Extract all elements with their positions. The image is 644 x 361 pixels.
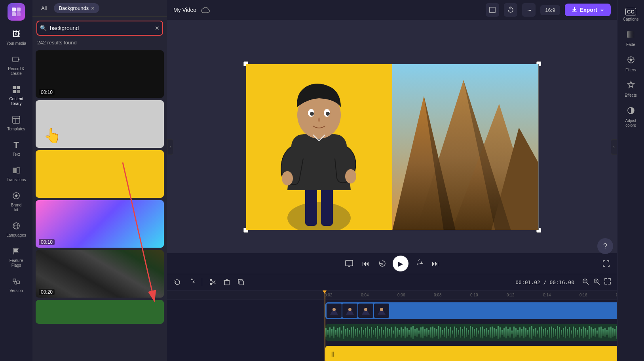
sidebar-item-record-create[interactable]: Record &create bbox=[2, 51, 30, 79]
svg-rect-166 bbox=[521, 329, 522, 336]
right-item-label-filters: Filters bbox=[625, 68, 636, 73]
svg-rect-204 bbox=[597, 330, 598, 334]
svg-rect-21 bbox=[17, 281, 19, 284]
cut-button[interactable] bbox=[207, 277, 218, 288]
sidebar-item-content-library[interactable]: Content library bbox=[2, 81, 30, 109]
rewind-button[interactable]: 5 bbox=[376, 257, 389, 270]
tab-close-icon[interactable]: ✕ bbox=[91, 6, 95, 11]
redo-button[interactable] bbox=[186, 277, 197, 288]
sidebar-item-label-languages: Languages bbox=[6, 233, 26, 238]
svg-rect-198 bbox=[585, 328, 586, 337]
svg-rect-192 bbox=[573, 327, 574, 338]
svg-rect-140 bbox=[470, 326, 471, 339]
right-item-effects[interactable]: Effects bbox=[619, 77, 643, 101]
export-button[interactable]: Export bbox=[565, 4, 611, 16]
audio-track-clip[interactable] bbox=[325, 324, 617, 341]
svg-rect-96 bbox=[383, 330, 384, 335]
timeline-tracks: ⏸ ⏸ bbox=[167, 300, 617, 361]
search-clear-icon[interactable]: ✕ bbox=[155, 25, 160, 31]
collapse-panel-button[interactable]: ‹ bbox=[167, 139, 173, 155]
svg-rect-92 bbox=[375, 328, 376, 337]
svg-rect-126 bbox=[442, 330, 443, 335]
svg-rect-132 bbox=[454, 327, 455, 338]
svg-line-61 bbox=[598, 283, 600, 285]
crop-button[interactable] bbox=[486, 3, 499, 17]
svg-rect-54 bbox=[240, 281, 243, 285]
fullscreen-button[interactable] bbox=[600, 257, 612, 270]
undo-button[interactable] bbox=[172, 277, 183, 288]
expand-timeline-button[interactable] bbox=[603, 277, 612, 287]
svg-marker-5 bbox=[18, 59, 20, 60]
right-item-label-effects: Effects bbox=[625, 93, 636, 98]
zoom-out-button[interactable] bbox=[581, 277, 590, 287]
svg-point-64 bbox=[364, 308, 367, 311]
svg-rect-9 bbox=[17, 90, 20, 93]
sidebar-item-feature-flags[interactable]: FeatureFlags bbox=[2, 243, 30, 271]
svg-text:5: 5 bbox=[381, 262, 383, 265]
svg-rect-103 bbox=[397, 328, 398, 337]
right-item-filters[interactable]: Filters bbox=[619, 52, 643, 76]
sidebar-item-your-media[interactable]: 🖼 Your media bbox=[2, 25, 30, 49]
media-item-yellow[interactable] bbox=[36, 150, 164, 198]
media-item-gradient[interactable]: 00:10 bbox=[36, 200, 164, 248]
tab-backgrounds[interactable]: Backgrounds ✕ bbox=[54, 3, 99, 13]
collapse-right-button[interactable]: › bbox=[611, 139, 617, 155]
sidebar-item-version[interactable]: Version bbox=[2, 273, 30, 296]
delete-button[interactable] bbox=[221, 277, 232, 288]
right-item-adjust-colors[interactable]: Adjustcolors bbox=[619, 103, 643, 131]
playhead-ruler-marker bbox=[325, 290, 325, 300]
svg-point-24 bbox=[287, 202, 351, 230]
media-item-green[interactable] bbox=[36, 300, 164, 324]
help-button[interactable]: ? bbox=[597, 238, 613, 254]
media-item-gray[interactable]: 👆 bbox=[36, 100, 164, 148]
svg-rect-123 bbox=[436, 329, 437, 336]
svg-rect-210 bbox=[608, 327, 610, 338]
cloud-save-icon[interactable] bbox=[201, 6, 210, 15]
media-item-glitch[interactable]: 00:20 bbox=[36, 250, 164, 298]
svg-rect-0 bbox=[12, 8, 16, 11]
svg-rect-145 bbox=[480, 327, 481, 338]
copy-button[interactable] bbox=[236, 277, 247, 288]
media-item-dark[interactable]: 00:10 bbox=[36, 50, 164, 98]
forward-button[interactable]: 5 bbox=[412, 257, 425, 270]
right-item-captions[interactable]: CC Captions bbox=[619, 5, 643, 25]
svg-rect-116 bbox=[422, 327, 424, 338]
svg-rect-127 bbox=[444, 328, 445, 337]
svg-rect-10 bbox=[13, 116, 20, 123]
sidebar-item-transitions[interactable]: Transitions bbox=[2, 162, 30, 185]
play-button[interactable]: ▶ bbox=[393, 256, 408, 271]
video-right-panel bbox=[392, 64, 538, 230]
monitor-icon[interactable] bbox=[343, 257, 355, 270]
right-item-fade[interactable]: Fade bbox=[619, 27, 643, 50]
canvas-area: ‹ bbox=[167, 20, 617, 274]
svg-rect-213 bbox=[614, 329, 616, 336]
background-track-clip[interactable]: ⏸ ⏸ bbox=[325, 346, 617, 361]
zoom-controls bbox=[581, 277, 612, 287]
aspect-ratio-button[interactable]: 16:9 bbox=[540, 5, 560, 15]
svg-text:5: 5 bbox=[417, 262, 419, 265]
your-media-icon: 🖼 bbox=[11, 29, 22, 40]
more-options-button[interactable]: ··· bbox=[522, 3, 536, 17]
video-track-clip[interactable] bbox=[325, 302, 617, 319]
project-title: My Video bbox=[173, 7, 196, 13]
tab-all[interactable]: All bbox=[36, 3, 51, 13]
tab-backgrounds-label: Backgrounds bbox=[59, 5, 89, 11]
skip-back-button[interactable]: ⏮ bbox=[359, 257, 372, 270]
svg-rect-4 bbox=[13, 57, 18, 62]
svg-point-49 bbox=[210, 279, 212, 281]
svg-rect-99 bbox=[389, 329, 390, 336]
sidebar-item-languages[interactable]: Languages bbox=[2, 217, 30, 241]
sidebar-item-text[interactable]: T Text bbox=[2, 136, 30, 160]
skip-next-button[interactable]: ⏭ bbox=[429, 257, 442, 270]
sidebar-item-templates[interactable]: Templates bbox=[2, 111, 30, 135]
search-input[interactable] bbox=[36, 21, 163, 36]
rotate-button[interactable] bbox=[504, 3, 517, 17]
right-item-label-adjust-colors: Adjustcolors bbox=[625, 118, 636, 128]
svg-rect-71 bbox=[333, 327, 334, 338]
zoom-in-button[interactable] bbox=[592, 277, 601, 287]
svg-rect-200 bbox=[589, 326, 590, 339]
svg-rect-70 bbox=[331, 329, 332, 336]
sidebar-item-brand-kit[interactable]: Brandkit bbox=[2, 187, 30, 216]
svg-rect-7 bbox=[17, 86, 20, 89]
svg-rect-139 bbox=[468, 330, 469, 335]
